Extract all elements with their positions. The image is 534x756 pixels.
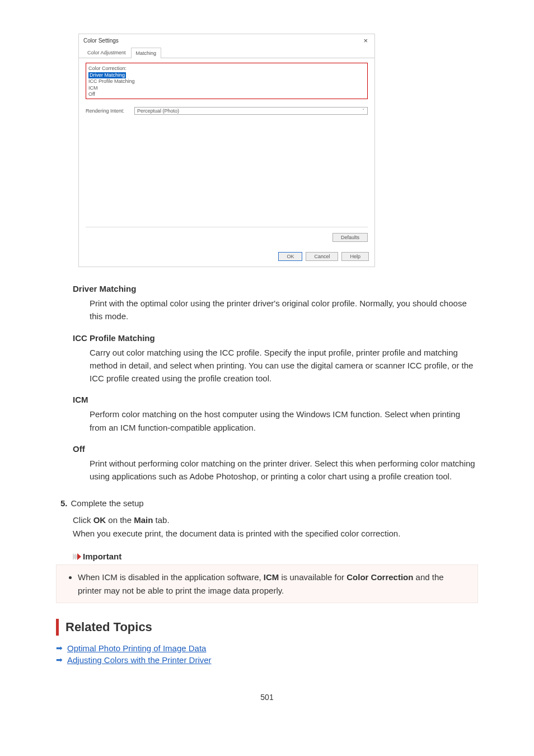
help-button[interactable]: Help [341, 252, 369, 261]
driver-matching-desc: Print with the optimal color using the p… [90, 297, 478, 323]
related-link-2-row: ➡ Adjusting Colors with the Printer Driv… [56, 655, 489, 665]
arrow-icon: ➡ [56, 643, 63, 652]
arrow-icon: ➡ [56, 655, 63, 664]
important-heading-row: Important [73, 552, 489, 561]
tab-color-adjustment[interactable]: Color Adjustment [82, 47, 131, 58]
color-correction-label: Color Correction: [86, 66, 367, 72]
off-title: Off [73, 444, 489, 454]
red-bar-icon [56, 619, 59, 636]
related-link-2[interactable]: Adjusting Colors with the Printer Driver [67, 655, 212, 665]
related-link-1-row: ➡ Optimal Photo Printing of Image Data [56, 643, 489, 653]
tab-row: Color Adjustment Matching [79, 47, 374, 58]
ok-button[interactable]: OK [278, 252, 302, 261]
cc-option-icm[interactable]: ICM [88, 85, 365, 91]
page-number: 501 [45, 693, 489, 702]
close-icon[interactable]: × [361, 36, 370, 45]
icm-desc: Perform color matching on the host compu… [90, 408, 478, 434]
cc-option-icc-profile-matching[interactable]: ICC Profile Matching [88, 78, 365, 85]
step-5-number: 5. [60, 498, 68, 508]
defaults-button[interactable]: Defaults [332, 233, 368, 242]
step-5-body: Click OK on the Main tab. When you execu… [73, 514, 489, 540]
dialog-title: Color Settings [83, 38, 119, 44]
cancel-button[interactable]: Cancel [306, 252, 338, 261]
color-correction-list[interactable]: Color Correction: Driver Matching ICC Pr… [86, 63, 368, 99]
important-body: When ICM is disabled in the application … [56, 564, 478, 603]
step-5-title: Complete the setup [71, 498, 144, 508]
icc-profile-matching-desc: Carry out color matching using the ICC p… [90, 346, 478, 385]
icm-title: ICM [73, 395, 489, 404]
cc-option-off[interactable]: Off [88, 91, 365, 97]
rendering-intent-select[interactable]: Perceptual (Photo) [134, 107, 368, 115]
related-topics-heading: Related Topics [65, 619, 152, 636]
step-5: 5.Complete the setup [60, 498, 489, 508]
important-chevrons-icon [73, 553, 79, 560]
icc-profile-matching-title: ICC Profile Matching [73, 333, 489, 343]
cc-option-driver-matching[interactable]: Driver Matching [88, 72, 126, 78]
dialog-titlebar: Color Settings × [79, 34, 374, 47]
important-heading: Important [83, 552, 121, 561]
color-settings-dialog: Color Settings × Color Adjustment Matchi… [78, 34, 375, 267]
rendering-intent-value: Perceptual (Photo) [137, 108, 179, 114]
off-desc: Print without performing color matching … [90, 457, 478, 483]
related-topics-heading-row: Related Topics [56, 619, 489, 636]
related-link-1[interactable]: Optimal Photo Printing of Image Data [67, 643, 206, 653]
rendering-intent-label: Rendering Intent: [86, 108, 124, 114]
driver-matching-title: Driver Matching [73, 284, 489, 293]
tab-matching[interactable]: Matching [131, 48, 162, 58]
important-section: Important When ICM is disabled in the ap… [73, 552, 489, 603]
